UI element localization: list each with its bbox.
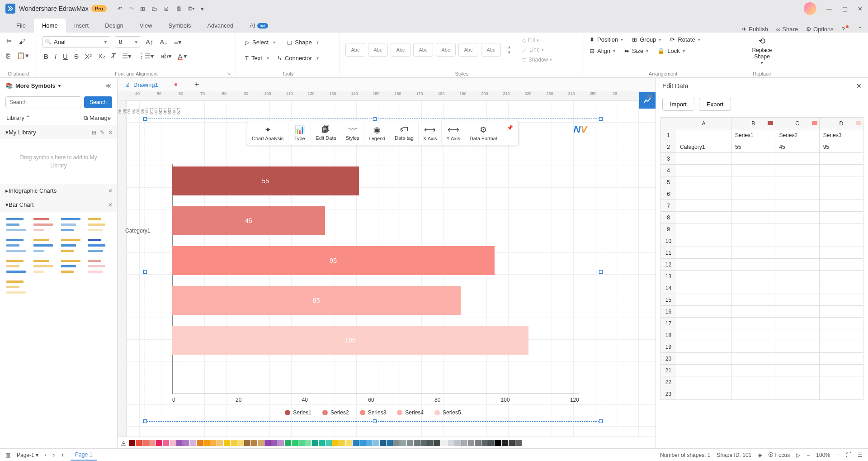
doc-tab-drawing1[interactable]: 🗎 Drawing1 <box>121 80 181 90</box>
chart-toolbar-legend[interactable]: ◉Legend <box>364 121 391 145</box>
palette-color[interactable] <box>197 440 203 446</box>
bold-button[interactable]: B <box>42 52 49 61</box>
palette-color[interactable] <box>244 440 250 446</box>
palette-color[interactable] <box>319 440 325 446</box>
palette-color[interactable] <box>339 440 345 446</box>
palette-color[interactable] <box>326 440 332 446</box>
palette-color[interactable] <box>217 440 223 446</box>
line-button[interactable]: ／ Line <box>522 46 552 54</box>
italic-button[interactable]: I <box>54 52 57 61</box>
chart-toolbar-y-axis[interactable]: ⟷Y Axis <box>442 121 465 145</box>
lock-button[interactable]: 🔒 Lock <box>657 48 684 54</box>
pages-icon[interactable]: ▥ <box>5 452 10 458</box>
align-button2[interactable]: ⊟ Align <box>590 48 615 54</box>
palette-color[interactable] <box>522 440 528 446</box>
style-item[interactable]: Abc <box>436 43 456 57</box>
collapse-right-icon[interactable]: ≫ <box>646 92 653 100</box>
copy-button[interactable]: ⎘ <box>5 51 11 61</box>
palette-color[interactable] <box>366 440 373 446</box>
user-avatar[interactable] <box>804 2 816 15</box>
fill-button[interactable]: ◇ Fill <box>522 37 552 43</box>
palette-color[interactable] <box>420 440 427 446</box>
tab-symbols[interactable]: Symbols <box>160 19 199 33</box>
fit-button[interactable]: ⛶ <box>846 452 851 458</box>
shadow-button[interactable]: ◻ Shadow <box>522 57 552 63</box>
more-button[interactable]: ☰ <box>858 452 863 458</box>
palette-color[interactable] <box>264 440 271 446</box>
align-button[interactable]: ≡▾ <box>173 37 183 47</box>
palette-color[interactable] <box>475 440 481 446</box>
focus-button[interactable]: ⦿ Focus <box>768 452 790 458</box>
palette-color[interactable] <box>170 440 176 446</box>
palette-color[interactable] <box>156 440 162 446</box>
palette-color[interactable] <box>285 440 291 446</box>
palette-color[interactable] <box>481 440 488 446</box>
chart-toolbar-type[interactable]: 📊Type <box>288 121 311 145</box>
palette-color[interactable] <box>495 440 501 446</box>
palette-color[interactable] <box>251 440 257 446</box>
palette-color[interactable] <box>176 440 183 446</box>
font-select[interactable]: Arial <box>42 36 110 48</box>
palette-color[interactable] <box>278 440 284 446</box>
barchart-close[interactable]: ✕ <box>108 202 113 208</box>
palette-color[interactable] <box>298 440 305 446</box>
chart-thumb[interactable] <box>6 216 28 233</box>
replace-shape-button[interactable]: ⟲ Replace Shape ▾ <box>748 36 776 65</box>
export-button[interactable]: ⧉▾ <box>188 5 194 12</box>
palette-color[interactable] <box>380 440 386 446</box>
maximize-button[interactable]: ▢ <box>842 5 848 12</box>
palette-color[interactable] <box>237 440 244 446</box>
palette-color[interactable] <box>210 440 217 446</box>
palette-color[interactable] <box>163 440 169 446</box>
redo-button[interactable]: ↷ <box>129 5 134 12</box>
style-item[interactable]: Abc <box>391 43 410 57</box>
chart-thumb[interactable] <box>88 258 110 274</box>
tab-insert[interactable]: Insert <box>66 19 97 33</box>
share-button[interactable]: ∞ Share <box>776 26 798 33</box>
palette-color[interactable] <box>312 440 318 446</box>
chart-toolbar-edit-data[interactable]: 🗐Edit Data <box>311 121 341 145</box>
palette-color[interactable] <box>224 440 230 446</box>
clear-format-button[interactable]: T̸ <box>111 51 117 61</box>
palette-color[interactable] <box>461 440 467 446</box>
font-color-button[interactable]: A▾ <box>177 51 188 61</box>
publish-button[interactable]: ✈ Publish <box>742 26 768 33</box>
palette-color[interactable] <box>502 440 508 446</box>
bullet-list-button[interactable]: ⋮☰▾ <box>137 51 155 61</box>
text-tool[interactable]: T Text <box>241 52 269 64</box>
tab-ai[interactable]: AI hot <box>241 19 276 33</box>
palette-color[interactable] <box>183 440 189 446</box>
strike-button[interactable]: S <box>73 52 80 61</box>
new-button[interactable]: ⊞ <box>140 5 145 12</box>
palette-color[interactable] <box>203 440 210 446</box>
shape-tool[interactable]: ◻ Shape <box>283 36 322 48</box>
library-row[interactable]: Library ⌃ <box>6 114 31 122</box>
eyedropper-icon[interactable]: ◬ <box>121 439 126 446</box>
palette-color[interactable] <box>434 440 440 446</box>
minimize-button[interactable]: — <box>826 5 832 12</box>
palette-color[interactable] <box>400 440 406 446</box>
palette-color[interactable] <box>454 440 461 446</box>
connector-tool[interactable]: ↳ Connector <box>274 52 322 64</box>
palette-color[interactable] <box>414 440 420 446</box>
chart-thumb[interactable] <box>88 237 110 253</box>
palette-color[interactable] <box>231 440 237 446</box>
palette-color[interactable] <box>488 440 495 446</box>
tab-view[interactable]: View <box>132 19 160 33</box>
collapse-ribbon-button[interactable]: ⌃ <box>858 26 863 33</box>
mylib-add[interactable]: ⊞ <box>92 129 96 136</box>
prev-page-button[interactable]: ‹ <box>45 452 47 458</box>
palette-color[interactable] <box>515 440 522 446</box>
tab-advanced[interactable]: Advanced <box>199 19 241 33</box>
palette-color[interactable] <box>373 440 379 446</box>
underline-button[interactable]: U <box>62 52 69 61</box>
print-button[interactable]: 🖶 <box>176 5 182 12</box>
undo-button[interactable]: ↶ <box>118 5 123 12</box>
chart-thumb[interactable] <box>88 216 110 233</box>
zoom-in-button[interactable]: + <box>836 452 840 458</box>
symbol-search-input[interactable] <box>5 96 81 108</box>
qat-more-button[interactable]: ▾ <box>201 5 204 12</box>
palette-color[interactable] <box>142 440 149 446</box>
text-direction-button[interactable]: ab▾ <box>160 51 173 61</box>
subscript-button[interactable]: X₂ <box>97 51 106 61</box>
